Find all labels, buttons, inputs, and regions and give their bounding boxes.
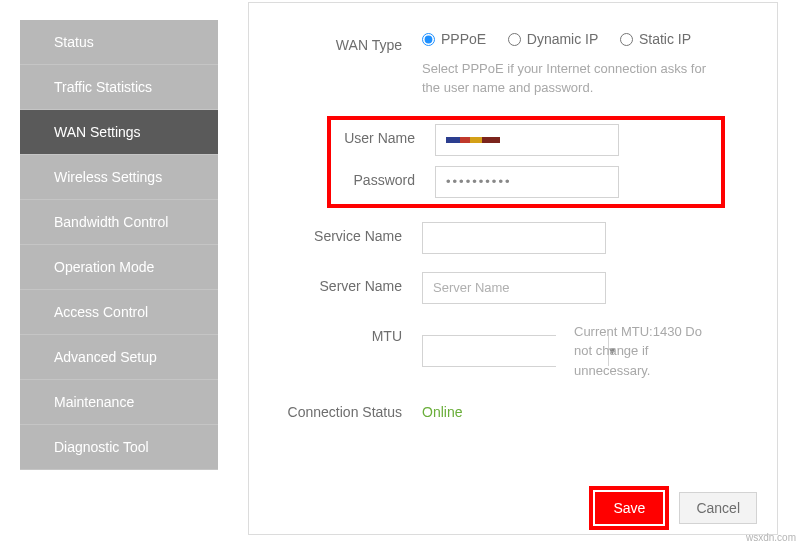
service-name-field[interactable] bbox=[422, 222, 606, 254]
sidebar-item-bandwidth-control[interactable]: Bandwidth Control bbox=[20, 200, 218, 245]
sidebar-item-operation-mode[interactable]: Operation Mode bbox=[20, 245, 218, 290]
sidebar-item-diagnostic-tool[interactable]: Diagnostic Tool bbox=[20, 425, 218, 470]
server-name-label: Server Name bbox=[267, 272, 422, 294]
sidebar-item-label: WAN Settings bbox=[54, 124, 141, 140]
radio-pppoe[interactable]: PPPoE bbox=[422, 31, 486, 47]
connection-status-label: Connection Status bbox=[267, 398, 422, 420]
sidebar-item-label: Traffic Statistics bbox=[54, 79, 152, 95]
radio-label: PPPoE bbox=[441, 31, 486, 47]
sidebar-item-label: Access Control bbox=[54, 304, 148, 320]
settings-panel: WAN Type PPPoE Dynamic IP Static IP Sele… bbox=[248, 2, 778, 535]
connection-status-value: Online bbox=[422, 398, 462, 420]
sidebar-item-label: Advanced Setup bbox=[54, 349, 157, 365]
masked-segment bbox=[446, 137, 460, 143]
sidebar-item-label: Bandwidth Control bbox=[54, 214, 168, 230]
mtu-note: Current MTU:1430 Do not change if unnece… bbox=[574, 322, 714, 381]
password-label: Password bbox=[335, 166, 435, 188]
sidebar-item-label: Wireless Settings bbox=[54, 169, 162, 185]
username-label: User Name bbox=[335, 124, 435, 146]
service-name-label: Service Name bbox=[267, 222, 422, 244]
masked-segment bbox=[470, 137, 482, 143]
masked-segment bbox=[482, 137, 500, 143]
sidebar-item-access-control[interactable]: Access Control bbox=[20, 290, 218, 335]
radio-dynamic-ip[interactable]: Dynamic IP bbox=[508, 31, 599, 47]
radio-pppoe-input[interactable] bbox=[422, 33, 435, 46]
sidebar-item-wan-settings[interactable]: WAN Settings bbox=[20, 110, 218, 155]
radio-label: Dynamic IP bbox=[527, 31, 599, 47]
sidebar-item-label: Operation Mode bbox=[54, 259, 154, 275]
credentials-highlight: User Name Password bbox=[327, 116, 725, 208]
row-password: Password bbox=[335, 166, 713, 198]
watermark: wsxdn.com bbox=[746, 532, 796, 543]
radio-label: Static IP bbox=[639, 31, 691, 47]
row-mtu: MTU ▾ Current MTU:1430 Do not change if … bbox=[267, 322, 759, 381]
radio-dynamic-input[interactable] bbox=[508, 33, 521, 46]
row-wan-type: WAN Type PPPoE Dynamic IP Static IP Sele… bbox=[267, 31, 759, 98]
sidebar: Status Traffic Statistics WAN Settings W… bbox=[20, 20, 218, 470]
radio-static-ip[interactable]: Static IP bbox=[620, 31, 691, 47]
row-connection-status: Connection Status Online bbox=[267, 398, 759, 420]
row-service-name: Service Name bbox=[267, 222, 759, 254]
row-server-name: Server Name bbox=[267, 272, 759, 304]
username-field[interactable] bbox=[435, 124, 619, 156]
sidebar-item-wireless-settings[interactable]: Wireless Settings bbox=[20, 155, 218, 200]
sidebar-item-label: Status bbox=[54, 34, 94, 50]
mtu-spinner[interactable]: ▾ bbox=[422, 335, 556, 367]
password-field[interactable] bbox=[435, 166, 619, 198]
sidebar-item-advanced-setup[interactable]: Advanced Setup bbox=[20, 335, 218, 380]
sidebar-item-maintenance[interactable]: Maintenance bbox=[20, 380, 218, 425]
mtu-label: MTU bbox=[267, 322, 422, 344]
wan-type-label: WAN Type bbox=[267, 31, 422, 53]
sidebar-item-label: Maintenance bbox=[54, 394, 134, 410]
server-name-field[interactable] bbox=[422, 272, 606, 304]
cancel-button[interactable]: Cancel bbox=[679, 492, 757, 524]
radio-static-input[interactable] bbox=[620, 33, 633, 46]
wan-type-radio-group: PPPoE Dynamic IP Static IP bbox=[422, 31, 709, 49]
sidebar-item-status[interactable]: Status bbox=[20, 20, 218, 65]
footer-buttons: Save Cancel bbox=[595, 492, 757, 524]
sidebar-item-label: Diagnostic Tool bbox=[54, 439, 149, 455]
sidebar-item-traffic-statistics[interactable]: Traffic Statistics bbox=[20, 65, 218, 110]
save-button[interactable]: Save bbox=[595, 492, 663, 524]
row-username: User Name bbox=[335, 124, 713, 156]
wan-type-hint: Select PPPoE if your Internet connection… bbox=[422, 59, 712, 98]
masked-segment bbox=[460, 137, 470, 143]
